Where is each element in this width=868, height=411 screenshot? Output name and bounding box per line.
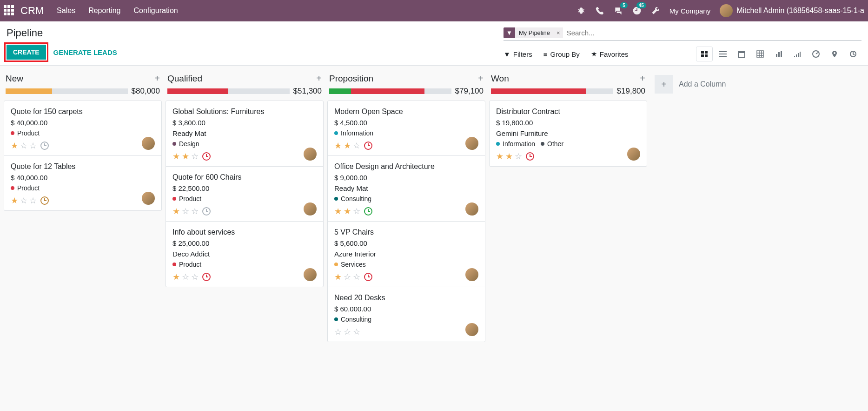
priority-star[interactable]: ☆ (20, 141, 27, 151)
priority-star[interactable]: ☆ (20, 195, 27, 206)
app-brand[interactable]: CRM (20, 5, 44, 17)
add-column[interactable]: +Add a Column (651, 71, 744, 97)
priority-star[interactable]: ★ (344, 141, 351, 151)
kanban-card[interactable]: Modern Open Space$ 4,500.00Information★★… (328, 101, 485, 156)
priority-star[interactable]: ☆ (334, 327, 342, 337)
kanban-card[interactable]: Need 20 Desks$ 60,000.00Consulting☆☆☆ (328, 287, 485, 342)
generate-leads-button[interactable]: GENERATE LEADS (53, 48, 117, 56)
assignee-avatar[interactable] (465, 137, 478, 150)
activity-clock-icon[interactable] (202, 273, 211, 281)
priority-star[interactable]: ☆ (353, 206, 360, 216)
priority-star[interactable]: ☆ (515, 151, 522, 162)
priority-star[interactable]: ★ (344, 206, 351, 216)
priority-star[interactable]: ★ (172, 206, 180, 216)
activity-clock-icon[interactable] (202, 207, 211, 216)
priority-star[interactable]: ☆ (353, 141, 360, 151)
priority-star[interactable]: ★ (182, 151, 189, 162)
kanban-column: Qualified+$51,300Global Solutions: Furni… (166, 71, 324, 287)
timer-icon[interactable]: 45 (632, 6, 642, 15)
view-kanban[interactable] (696, 47, 713, 61)
wrench-icon[interactable] (651, 6, 660, 15)
priority-star[interactable]: ★ (11, 141, 18, 151)
priority-star[interactable]: ☆ (353, 272, 360, 282)
phone-icon[interactable] (595, 6, 604, 15)
kanban-card[interactable]: Global Solutions: Furnitures$ 3,800.00Re… (166, 101, 323, 167)
assignee-avatar[interactable] (465, 202, 478, 216)
column-amount: $80,000 (132, 87, 160, 96)
search-input[interactable] (563, 27, 861, 39)
add-card-icon[interactable]: + (478, 73, 484, 84)
bug-icon[interactable] (576, 6, 586, 15)
view-activity[interactable] (845, 47, 861, 61)
priority-star[interactable]: ☆ (29, 141, 37, 151)
priority-star[interactable]: ☆ (353, 327, 360, 337)
assignee-avatar[interactable] (304, 148, 317, 161)
assignee-avatar[interactable] (627, 148, 640, 161)
priority-star[interactable]: ★ (334, 141, 342, 151)
card-footer: ★★☆ (334, 206, 478, 216)
kanban-card[interactable]: 5 VP Chairs$ 5,600.00Azure InteriorServi… (328, 222, 485, 287)
add-card-icon[interactable]: + (640, 73, 645, 84)
add-card-icon[interactable]: + (316, 73, 322, 84)
priority-star[interactable]: ★ (496, 151, 504, 162)
kanban-card[interactable]: Info about services$ 25,000.00Deco Addic… (166, 222, 323, 287)
priority-star[interactable]: ☆ (344, 327, 351, 337)
kanban-card[interactable]: Quote for 150 carpets$ 40,000.00Product★… (4, 101, 161, 156)
assignee-avatar[interactable] (304, 268, 317, 281)
card-tag: Consulting (334, 195, 371, 202)
assignee-avatar[interactable] (142, 137, 155, 150)
priority-star[interactable]: ☆ (344, 272, 351, 282)
activity-clock-icon[interactable] (364, 141, 372, 150)
kanban-card[interactable]: Quote for 12 Tables$ 40,000.00Product★☆☆ (4, 156, 161, 210)
priority-star[interactable]: ☆ (191, 206, 199, 216)
priority-star[interactable]: ★ (334, 272, 342, 282)
priority-star[interactable]: ★ (11, 195, 18, 206)
view-pivot[interactable] (752, 47, 769, 61)
nav-configuration[interactable]: Configuration (134, 7, 178, 15)
create-button[interactable]: CREATE (7, 45, 46, 60)
kanban-card[interactable]: Distributor Contract$ 19,800.00Gemini Fu… (490, 101, 647, 166)
view-map[interactable] (826, 47, 843, 61)
view-calendar[interactable] (733, 47, 750, 61)
priority-star[interactable]: ☆ (191, 272, 199, 282)
priority-star[interactable]: ☆ (191, 151, 199, 162)
priority-star[interactable]: ★ (505, 151, 513, 162)
view-dashboard[interactable] (808, 47, 824, 61)
assignee-avatar[interactable] (465, 268, 478, 281)
groupby-button[interactable]: ≡Group By (543, 50, 580, 58)
kanban-column: Proposition+$79,100Modern Open Space$ 4,… (327, 71, 485, 342)
messages-icon[interactable]: 5 (614, 6, 623, 15)
activity-clock-icon[interactable] (526, 152, 534, 161)
assignee-avatar[interactable] (142, 192, 155, 205)
priority-star[interactable]: ★ (334, 206, 342, 216)
kanban-card[interactable]: Office Design and Architecture$ 9,000.00… (328, 156, 485, 222)
nav-reporting[interactable]: Reporting (88, 7, 120, 15)
nav-sales[interactable]: Sales (57, 7, 75, 15)
assignee-avatar[interactable] (465, 323, 478, 336)
priority-star[interactable]: ☆ (182, 272, 189, 282)
activity-clock-icon[interactable] (40, 141, 49, 150)
view-cohort[interactable] (789, 47, 806, 61)
priority-star[interactable]: ★ (172, 151, 180, 162)
priority-star[interactable]: ★ (172, 272, 180, 282)
favorites-button[interactable]: ★Favorites (591, 50, 629, 58)
card-tag: Information (496, 140, 535, 148)
assignee-avatar[interactable] (304, 202, 317, 216)
plus-icon[interactable]: + (655, 75, 673, 94)
activity-clock-icon[interactable] (364, 273, 372, 281)
activity-clock-icon[interactable] (40, 196, 49, 205)
apps-icon[interactable] (4, 5, 15, 16)
add-card-icon[interactable]: + (154, 73, 160, 84)
activity-clock-icon[interactable] (202, 152, 211, 161)
kanban-card[interactable]: Quote for 600 Chairs$ 22,500.00Product★☆… (166, 167, 323, 222)
remove-filter-icon[interactable]: × (554, 27, 563, 38)
priority-star[interactable]: ☆ (29, 195, 37, 206)
company-selector[interactable]: My Company (669, 7, 710, 15)
activity-clock-icon[interactable] (364, 207, 372, 216)
view-graph[interactable] (770, 47, 787, 61)
user-menu[interactable]: Mitchell Admin (16856458-saas-15-1-a (720, 4, 864, 17)
search-bar[interactable]: ▼ My Pipeline × (504, 27, 861, 41)
filters-button[interactable]: ▼Filters (504, 50, 532, 58)
view-list[interactable] (715, 47, 731, 61)
priority-star[interactable]: ☆ (182, 206, 189, 216)
